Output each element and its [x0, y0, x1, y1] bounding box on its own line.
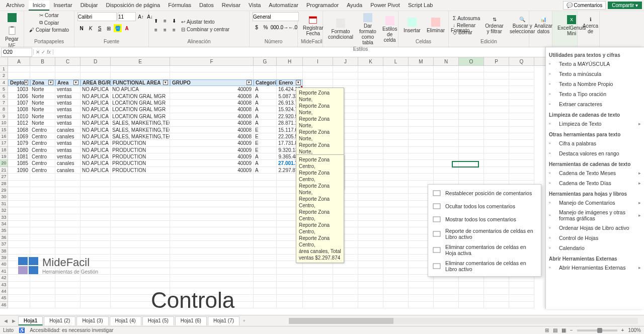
- cell-B38[interactable]: [30, 248, 55, 255]
- cell-P1[interactable]: [484, 66, 509, 72]
- cell-C21[interactable]: canales: [55, 167, 80, 174]
- cell-L5[interactable]: [383, 86, 409, 93]
- column-header-N[interactable]: N: [434, 57, 459, 65]
- copy-button[interactable]: ⧉Copiar: [38, 19, 60, 26]
- cell-B16[interactable]: Centro: [30, 133, 55, 140]
- cell-G34[interactable]: [254, 221, 277, 227]
- column-header-G[interactable]: G: [254, 57, 277, 65]
- dropdown-item[interactable]: ▫Cadena de Texto Días▸: [549, 178, 641, 188]
- cell-B45[interactable]: [30, 295, 55, 301]
- cell-O27[interactable]: [459, 174, 484, 180]
- sort-filter-button[interactable]: ⇅Ordenar y filtrar: [483, 16, 506, 35]
- cell-C27[interactable]: [55, 174, 80, 180]
- align-middle-button[interactable]: ≡: [161, 17, 169, 25]
- cell-K35[interactable]: [358, 227, 383, 234]
- cell-E31[interactable]: [111, 201, 170, 207]
- cell-D21[interactable]: NO APLICA: [80, 167, 111, 174]
- row-header-45[interactable]: 45: [0, 295, 8, 301]
- row-header-38[interactable]: 38: [0, 248, 8, 255]
- cell-C19[interactable]: ventas: [55, 153, 80, 160]
- cell-J2[interactable]: [333, 72, 358, 79]
- column-header-D[interactable]: D: [80, 57, 111, 65]
- align-top-button[interactable]: ⬆: [152, 17, 160, 25]
- cell-E29[interactable]: [111, 187, 170, 194]
- cell-D17[interactable]: NO APLICA: [80, 140, 111, 146]
- cell-D45[interactable]: [80, 295, 111, 301]
- percent-button[interactable]: %: [262, 23, 270, 31]
- cell-Q6[interactable]: [509, 93, 534, 100]
- cell-B20[interactable]: Centro: [30, 160, 55, 166]
- cell-C10[interactable]: ventas: [55, 120, 80, 126]
- row-header-34[interactable]: 34: [0, 221, 8, 227]
- row-header-4[interactable]: 4: [0, 79, 8, 86]
- cell-K31[interactable]: [358, 201, 383, 207]
- cell-L39[interactable]: [383, 255, 409, 261]
- cell-styles-button[interactable]: Estilos de celda: [380, 15, 399, 44]
- cell-H43[interactable]: [277, 282, 303, 288]
- cell-Q8[interactable]: [509, 106, 534, 113]
- column-header-I[interactable]: I: [303, 57, 333, 65]
- cell-F5[interactable]: 40009: [170, 86, 254, 93]
- cell-B2[interactable]: [30, 72, 55, 79]
- cell-A42[interactable]: [8, 275, 30, 281]
- sheet-tab[interactable]: Hoja1 (6): [175, 316, 207, 325]
- cell-P15[interactable]: [484, 127, 509, 133]
- cell-A20[interactable]: 1085: [8, 160, 30, 166]
- cell-N19[interactable]: [434, 153, 459, 160]
- cell-E21[interactable]: PRODUCTION: [111, 167, 170, 174]
- cell-Q43[interactable]: [509, 282, 534, 288]
- cell-B31[interactable]: [30, 201, 55, 207]
- cell-D27[interactable]: [80, 174, 111, 180]
- cell-Q21[interactable]: [509, 167, 534, 174]
- cell-K27[interactable]: [358, 174, 383, 180]
- cell-J43[interactable]: [333, 282, 358, 288]
- cell-E9[interactable]: LOCATION GRAL MGR: [111, 113, 170, 120]
- insert-cells-button[interactable]: Insertar: [401, 17, 423, 34]
- cell-K28[interactable]: [358, 181, 383, 187]
- cell-J45[interactable]: [333, 295, 358, 301]
- cell-E37[interactable]: [111, 241, 170, 247]
- cell-N8[interactable]: [434, 106, 459, 113]
- cell-A31[interactable]: [8, 201, 30, 207]
- column-header-H[interactable]: H: [277, 57, 303, 65]
- cell-A18[interactable]: 1080: [8, 147, 30, 153]
- cell-L46[interactable]: [383, 302, 409, 308]
- align-center-button[interactable]: ≡: [161, 26, 169, 34]
- cell-L44[interactable]: [383, 288, 409, 295]
- cell-G7[interactable]: A: [254, 100, 277, 106]
- cell-C16[interactable]: canales: [55, 133, 80, 140]
- cell-L35[interactable]: [383, 227, 409, 234]
- row-header-27[interactable]: 27: [0, 174, 8, 180]
- cell-I46[interactable]: [303, 302, 333, 308]
- row-header-29[interactable]: 29: [0, 187, 8, 194]
- bold-button[interactable]: N: [77, 24, 86, 32]
- cell-C29[interactable]: [55, 187, 80, 194]
- cell-C36[interactable]: [55, 234, 80, 241]
- cell-A7[interactable]: 1007: [8, 100, 30, 106]
- format-painter-button[interactable]: 🖌Copiar formato: [28, 27, 70, 33]
- cell-G46[interactable]: [254, 302, 277, 308]
- row-header-6[interactable]: 6: [0, 93, 8, 100]
- cell-P10[interactable]: [484, 120, 509, 126]
- align-bottom-button[interactable]: ⬇: [170, 17, 178, 25]
- cell-N45[interactable]: [434, 295, 459, 301]
- cell-L37[interactable]: [383, 241, 409, 247]
- cell-D35[interactable]: [80, 227, 111, 234]
- cell-E4[interactable]: FUNCTIONAL AREA▾: [111, 79, 170, 86]
- cell-N16[interactable]: [434, 133, 459, 140]
- cell-C30[interactable]: [55, 194, 80, 200]
- cell-G17[interactable]: E: [254, 140, 277, 146]
- paste-button[interactable]: Pegar: [3, 25, 21, 43]
- cell-D30[interactable]: [80, 194, 111, 200]
- cell-L42[interactable]: [383, 275, 409, 281]
- cell-P16[interactable]: [484, 133, 509, 140]
- cell-G6[interactable]: A: [254, 93, 277, 100]
- cell-F19[interactable]: 40009: [170, 153, 254, 160]
- cell-A33[interactable]: [8, 214, 30, 221]
- cell-Q9[interactable]: [509, 113, 534, 120]
- cell-B44[interactable]: [30, 288, 55, 295]
- cell-Q15[interactable]: [509, 127, 534, 133]
- cell-A32[interactable]: [8, 207, 30, 214]
- cell-A6[interactable]: 1006: [8, 93, 30, 100]
- cell-C20[interactable]: canales: [55, 160, 80, 166]
